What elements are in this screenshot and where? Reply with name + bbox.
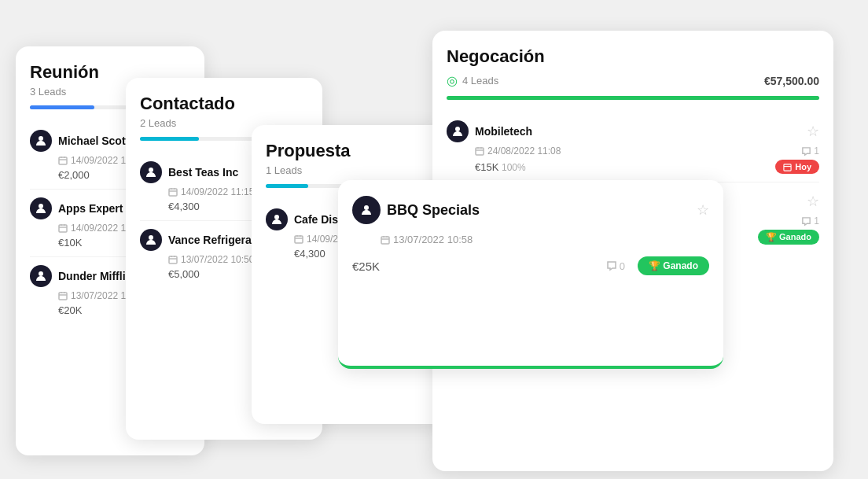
lead-amount: €4,300 bbox=[294, 248, 326, 260]
negociacion-total: €57,500.00 bbox=[764, 75, 819, 87]
bbq-lead-date: 13/07/2022 10:58 bbox=[381, 234, 473, 245]
lead-name: Mobiletech bbox=[475, 125, 532, 138]
propuesta-leads-count: 1 Leads bbox=[266, 164, 434, 176]
star-icon[interactable]: ☆ bbox=[807, 123, 819, 140]
bbq-lead-name: BBQ Specials bbox=[387, 202, 480, 219]
negociacion-leads-count: 4 Leads bbox=[462, 75, 498, 87]
lead-amount: €5,000 bbox=[168, 268, 200, 280]
svg-rect-11 bbox=[59, 293, 67, 300]
lead-amount: €15K 100% bbox=[475, 161, 526, 173]
lead-date: 24/08/2022 11:08 bbox=[475, 146, 561, 157]
bbq-card: BBQ Specials ☆ 13/07/2022 10:58 €25K 0 🏆… bbox=[338, 180, 723, 369]
avatar bbox=[30, 197, 52, 219]
avatar bbox=[30, 265, 52, 287]
avatar bbox=[30, 130, 52, 152]
svg-rect-6 bbox=[59, 225, 67, 232]
lead-amount: €10K bbox=[58, 237, 82, 249]
bbq-lead-item[interactable]: BBQ Specials ☆ 13/07/2022 10:58 €25K 0 🏆… bbox=[352, 196, 709, 283]
svg-rect-43 bbox=[381, 237, 389, 244]
bbq-comment-badge: 0 bbox=[606, 260, 625, 272]
negociacion-header: Negocación bbox=[447, 46, 819, 70]
svg-point-25 bbox=[274, 215, 279, 219]
svg-point-10 bbox=[39, 271, 43, 276]
contactado-title: Contactado bbox=[140, 94, 308, 114]
lead-amount: €4,300 bbox=[168, 201, 200, 212]
propuesta-progress-fill bbox=[266, 184, 308, 188]
svg-rect-21 bbox=[169, 256, 177, 263]
avatar bbox=[140, 161, 162, 183]
negociacion-leads-row: ◎ 4 Leads €57,500.00 bbox=[447, 73, 819, 88]
svg-rect-16 bbox=[169, 189, 177, 196]
lead-amount: €2,000 bbox=[58, 169, 90, 181]
lead-name: Vance Refrigera… bbox=[168, 234, 263, 246]
contactado-progress-fill bbox=[140, 137, 199, 141]
lead-amount: €20K bbox=[58, 304, 82, 316]
lead-date: 13/07/2022 10:50 bbox=[168, 254, 254, 265]
negociacion-progress-fill bbox=[447, 96, 819, 100]
ganado-badge: 🏆 Ganado bbox=[758, 230, 819, 245]
target-icon: ◎ bbox=[447, 73, 458, 88]
svg-rect-35 bbox=[784, 164, 791, 170]
negociacion-progress-track bbox=[447, 96, 819, 100]
lead-name: Dunder Mifflin bbox=[58, 270, 132, 282]
bbq-lead-amount: €25K bbox=[352, 260, 380, 273]
hoy-badge: Hoy bbox=[775, 160, 819, 174]
propuesta-title: Propuesta bbox=[266, 141, 434, 161]
comment-badge: 1 bbox=[801, 146, 819, 157]
negociacion-title: Negocación bbox=[447, 46, 545, 67]
avatar bbox=[352, 196, 381, 224]
svg-rect-31 bbox=[476, 148, 484, 155]
star-icon[interactable]: ☆ bbox=[807, 193, 819, 210]
svg-point-42 bbox=[364, 205, 369, 210]
lead-item[interactable]: Mobiletech ☆ 24/08/2022 11:08 1 €15K 100… bbox=[447, 112, 819, 182]
reunion-progress-fill bbox=[30, 105, 94, 109]
svg-point-0 bbox=[39, 136, 43, 141]
svg-rect-26 bbox=[295, 236, 303, 243]
svg-point-5 bbox=[39, 204, 43, 208]
svg-point-15 bbox=[149, 168, 153, 172]
avatar bbox=[447, 120, 469, 142]
svg-rect-1 bbox=[59, 157, 67, 164]
bbq-ganado-badge: 🏆 Ganado bbox=[638, 256, 709, 275]
svg-point-30 bbox=[455, 127, 460, 131]
avatar bbox=[266, 208, 288, 230]
lead-date: 14/09/2022 11:15 bbox=[168, 186, 254, 197]
comment-badge: 1 bbox=[801, 216, 819, 227]
avatar bbox=[140, 229, 162, 251]
svg-point-20 bbox=[149, 235, 153, 240]
lead-name: Best Teas Inc bbox=[168, 166, 238, 179]
star-icon[interactable]: ☆ bbox=[697, 201, 709, 219]
